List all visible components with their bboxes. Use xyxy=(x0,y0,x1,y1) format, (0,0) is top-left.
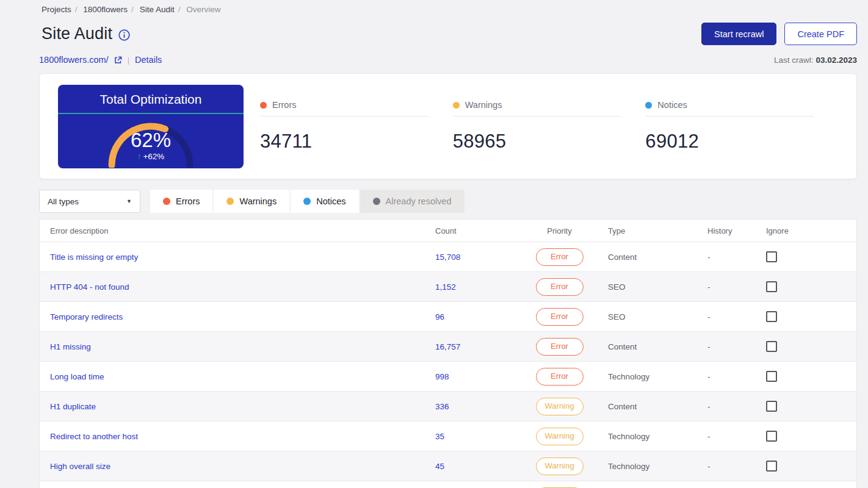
title-row: Site Audit Start recrawl Create PDF xyxy=(42,23,857,45)
breadcrumb-separator: / xyxy=(131,5,134,14)
column-ignore[interactable]: Ignore xyxy=(766,226,856,235)
type-cell: Content xyxy=(608,402,707,411)
error-description-link[interactable]: Title is missing or empty xyxy=(50,253,435,262)
ignore-checkbox[interactable] xyxy=(766,371,777,382)
count-link[interactable]: 15,708 xyxy=(435,253,511,262)
column-error-description[interactable]: Error description xyxy=(50,226,435,235)
create-pdf-button[interactable]: Create PDF xyxy=(784,23,857,45)
stat-head: Errors xyxy=(260,100,429,117)
error-description-link[interactable]: HTTP 404 - not found xyxy=(50,282,435,292)
type-cell: Technology xyxy=(608,462,707,471)
ignore-checkbox[interactable] xyxy=(766,461,777,472)
site-audit-page: Projects/ 1800flowers/ Site Audit/ Overv… xyxy=(0,0,868,488)
count-link[interactable]: 998 xyxy=(435,372,511,381)
breadcrumb-link[interactable]: Site Audit xyxy=(140,5,175,14)
start-recrawl-button[interactable]: Start recrawl xyxy=(701,23,776,45)
count-link[interactable]: 35 xyxy=(435,432,511,441)
breadcrumb-link[interactable]: 1800flowers xyxy=(83,5,128,14)
tab-label: Notices xyxy=(316,196,345,206)
priority-badge: Warning xyxy=(536,458,584,475)
title-wrap: Site Audit xyxy=(42,24,130,43)
summary-stat: Errors 34711 xyxy=(260,100,429,168)
stat-value: 58965 xyxy=(453,131,621,152)
tab-dot-icon xyxy=(163,198,170,205)
count-link[interactable]: 16,757 xyxy=(435,342,511,351)
summary-card: Total Optimization 62% ↑+62% Errors xyxy=(39,73,857,179)
table-row: Temporary redirects 96 Error SEO - xyxy=(40,301,856,331)
count-link[interactable]: 96 xyxy=(435,312,511,321)
type-filter-select[interactable]: All types ▼ xyxy=(39,190,140,213)
priority-badge: Warning xyxy=(536,398,584,415)
error-description-link[interactable]: Redirect to another host xyxy=(50,432,435,441)
table-row: Warning xyxy=(40,481,856,488)
column-type[interactable]: Type xyxy=(608,226,707,235)
breadcrumb-link[interactable]: Projects xyxy=(42,5,71,14)
ignore-checkbox[interactable] xyxy=(766,431,777,442)
last-crawl-date: 03.02.2023 xyxy=(816,56,857,65)
domain-link[interactable]: 1800flowers.com/ xyxy=(39,55,109,65)
ignore-cell xyxy=(766,251,856,262)
column-count[interactable]: Count xyxy=(435,226,511,235)
priority-cell: Error xyxy=(511,368,608,386)
ignore-checkbox[interactable] xyxy=(766,281,777,292)
gauge-delta-value: +62% xyxy=(143,152,164,161)
last-crawl-label: Last crawl: xyxy=(774,56,814,65)
error-description-link[interactable]: Long load time xyxy=(50,372,435,381)
breadcrumb-separator: / xyxy=(75,5,78,14)
error-description-link[interactable]: H1 duplicate xyxy=(50,402,435,411)
tab-label: Warnings xyxy=(239,196,277,206)
type-cell: SEO xyxy=(608,282,707,292)
error-description-link[interactable]: High overall size xyxy=(50,462,435,471)
priority-cell: Warning xyxy=(511,458,608,475)
table-body: Title is missing or empty 15,708 Error C… xyxy=(40,242,856,488)
type-cell: Content xyxy=(608,253,707,262)
breadcrumb-separator: / xyxy=(178,5,181,14)
count-link[interactable]: 1,152 xyxy=(435,282,511,292)
issue-type-tab[interactable]: Notices xyxy=(291,190,358,213)
error-description-link[interactable]: H1 missing xyxy=(50,342,435,351)
stat-label: Notices xyxy=(657,100,687,110)
ignore-cell xyxy=(766,311,856,322)
issue-type-tab[interactable]: Already resolved xyxy=(360,190,465,213)
info-icon[interactable] xyxy=(118,29,130,41)
page-title: Site Audit xyxy=(42,24,112,43)
tab-label: Errors xyxy=(176,196,200,206)
history-cell: - xyxy=(707,312,766,321)
ignore-checkbox[interactable] xyxy=(766,251,777,262)
summary-stat: Notices 69012 xyxy=(645,100,814,168)
ignore-checkbox[interactable] xyxy=(766,311,777,322)
count-link[interactable]: 336 xyxy=(435,402,511,411)
issue-type-tab[interactable]: Warnings xyxy=(214,190,289,213)
gauge-body: 62% ↑+62% xyxy=(58,114,244,168)
issue-type-tab[interactable]: Errors xyxy=(150,190,212,213)
count-link[interactable]: 45 xyxy=(435,462,511,471)
ignore-checkbox[interactable] xyxy=(766,401,777,412)
site-row: 1800flowers.com/ | Details Last crawl:03… xyxy=(39,55,857,65)
stat-label: Warnings xyxy=(465,100,502,110)
ignore-checkbox[interactable] xyxy=(766,341,777,352)
ignore-cell xyxy=(766,461,856,472)
summary-stat: Warnings 58965 xyxy=(453,100,621,168)
issues-table: Error description Count Priority Type Hi… xyxy=(39,219,857,488)
table-header: Error description Count Priority Type Hi… xyxy=(40,220,856,242)
breadcrumb-link: Overview xyxy=(186,5,220,14)
up-arrow-icon: ↑ xyxy=(137,152,142,161)
external-link-icon[interactable] xyxy=(114,56,122,64)
column-history[interactable]: History xyxy=(707,226,766,235)
summary-stats: Errors 34711 Warnings 58965 Notices xyxy=(260,85,838,168)
site-links: 1800flowers.com/ | Details xyxy=(39,55,162,65)
column-priority[interactable]: Priority xyxy=(511,226,608,235)
type-cell: SEO xyxy=(608,312,707,321)
priority-badge: Error xyxy=(536,308,584,326)
details-link[interactable]: Details xyxy=(135,55,162,65)
breadcrumb-item: Site Audit/ xyxy=(140,5,184,14)
stat-dot-icon xyxy=(453,102,460,109)
stat-head: Notices xyxy=(645,100,814,117)
error-description-link[interactable]: Temporary redirects xyxy=(50,312,435,321)
type-filter-value: All types xyxy=(48,197,79,206)
stat-label: Errors xyxy=(272,100,296,110)
table-row: HTTP 404 - not found 1,152 Error SEO - xyxy=(40,271,856,301)
breadcrumb-item: Projects/ xyxy=(42,5,81,14)
priority-cell: Error xyxy=(511,278,608,296)
ignore-cell xyxy=(766,371,856,382)
